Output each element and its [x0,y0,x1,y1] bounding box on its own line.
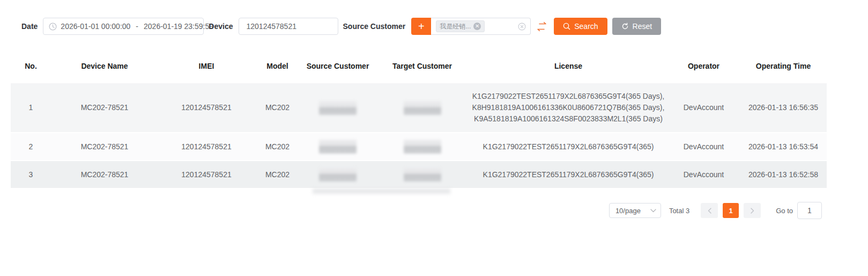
redacted-source_customer [319,168,357,181]
source-customer-group: + 我是经销... ✕ [411,18,531,35]
records-table-wrap: No.Device NameIMEIModelSource CustomerTa… [11,54,827,189]
device-label: Device [209,22,233,31]
page-size-value: 10/page [615,207,641,215]
redacted-target_customer [404,101,441,115]
redacted-target_customer [404,140,441,154]
page-number-1[interactable]: 1 [723,203,739,218]
chevron-down-icon [650,209,656,213]
cell-no: 2 [11,133,51,161]
column-header-target_customer: Target Customer [375,54,469,83]
table-header-row: No.Device NameIMEIModelSource CustomerTa… [11,54,827,83]
circle-close-icon[interactable] [518,23,526,32]
cell-license: K1G2179022TEST2651179X2L6876365G9T4(365 … [469,83,667,133]
records-table: No.Device NameIMEIModelSource CustomerTa… [11,54,827,189]
column-header-license: License [469,54,667,83]
cell-operator: DevAccount [667,161,740,188]
filter-bar: Date 2026-01-01 00:00:00 - 2026-01-19 23… [0,0,868,35]
redacted-source_customer [319,101,357,115]
swap-arrows-icon[interactable] [536,22,547,31]
column-header-imei: IMEI [158,54,255,83]
cell-device_name: MC202-78521 [51,161,158,188]
device-input[interactable] [239,18,338,35]
refresh-icon [621,23,629,30]
column-header-source_customer: Source Customer [300,54,375,83]
cell-source_customer [300,83,375,133]
redacted-source_customer [319,140,357,154]
column-header-operator: Operator [667,54,740,83]
goto-label: Go to [776,207,793,215]
source-customer-input[interactable]: 我是经销... ✕ [431,18,531,35]
table-row: 2MC202-78521120124578521MC202K1G2179022T… [11,133,827,161]
cell-target_customer [375,161,469,188]
tag-close-icon[interactable]: ✕ [473,23,481,30]
chevron-left-icon [708,208,711,214]
magnifier-icon [563,23,570,30]
cell-imei: 120124578521 [158,83,255,133]
cell-target_customer [375,83,469,133]
table-row: 3MC202-78521120124578521MC202K1G2179022T… [11,161,827,188]
customer-tag-label: 我是经销... [440,22,471,31]
cell-operator: DevAccount [667,133,740,161]
cell-operating_time: 2026-01-13 16:53:54 [740,133,827,161]
cell-imei: 120124578521 [158,161,255,188]
column-header-no: No. [11,54,51,83]
cell-model: MC202 [255,133,300,161]
page-size-select[interactable]: 10/page [609,203,661,218]
search-button-label: Search [574,22,598,31]
table-row: 1MC202-78521120124578521MC202K1G2179022T… [11,83,827,133]
date-start-value: 2026-01-01 00:00:00 [61,22,130,31]
date-separator: - [136,22,138,31]
cell-operator: DevAccount [667,83,740,133]
add-customer-button[interactable]: + [411,18,431,35]
total-count: Total 3 [669,207,689,215]
date-label: Date [21,22,38,31]
source-customer-label: Source Customer [343,22,406,31]
cell-target_customer [375,133,469,161]
cell-no: 3 [11,161,51,188]
search-button[interactable]: Search [554,18,607,35]
column-header-device_name: Device Name [51,54,158,83]
cell-device_name: MC202-78521 [51,83,158,133]
cell-source_customer [300,161,375,188]
pagination-bar: 10/page Total 3 1 Go to [0,202,868,219]
cell-operating_time: 2026-01-13 16:52:58 [740,161,827,188]
table-body: 1MC202-78521120124578521MC202K1G2179022T… [11,83,827,188]
next-page-button[interactable] [744,203,761,218]
table-header: No.Device NameIMEIModelSource CustomerTa… [11,54,827,83]
clock-icon [49,23,57,31]
cell-model: MC202 [255,161,300,188]
cell-model: MC202 [255,83,300,133]
cell-license: K1G2179022TEST2651179X2L6876365G9T4(365) [469,133,667,161]
reset-button[interactable]: Reset [612,18,662,35]
cell-imei: 120124578521 [158,133,255,161]
cell-device_name: MC202-78521 [51,133,158,161]
cell-operating_time: 2026-01-13 16:56:35 [740,83,827,133]
cell-license: K1G2179022TEST2651179X2L6876365G9T4(365) [469,161,667,188]
goto-page-input[interactable] [797,202,822,219]
cell-no: 1 [11,83,51,133]
redaction-smudge [313,188,450,194]
chevron-right-icon [751,208,754,214]
date-end-value: 2026-01-19 23:59:59 [144,22,213,31]
reset-button-label: Reset [633,22,652,31]
prev-page-button[interactable] [701,203,718,218]
customer-tag: 我是经销... ✕ [436,20,485,32]
column-header-operating_time: Operating Time [740,54,827,83]
column-header-model: Model [255,54,300,83]
date-range-input[interactable]: 2026-01-01 00:00:00 - 2026-01-19 23:59:5… [43,18,204,35]
redacted-target_customer [404,168,441,181]
cell-source_customer [300,133,375,161]
